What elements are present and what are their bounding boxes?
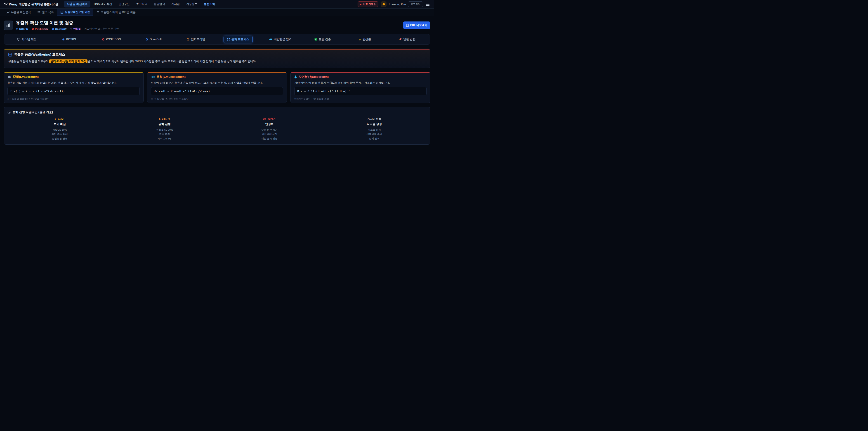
evaporation-cloud-icon bbox=[7, 75, 11, 78]
incident-badge-label: 사고 진행중 bbox=[363, 2, 376, 6]
kosps-diamond-icon bbox=[16, 28, 18, 30]
bell-icon bbox=[382, 3, 385, 6]
stage-detail: 점도 급증 bbox=[112, 132, 217, 136]
stage-details: 수중 분산 증가 자연분해 시작 해안 표착 위험 bbox=[217, 128, 322, 141]
tab-ocean-environment-input[interactable]: 해양환경 입력 bbox=[259, 36, 302, 43]
menu-toggle-button[interactable] bbox=[425, 2, 430, 6]
tab-label: OpenDrift bbox=[150, 38, 162, 41]
tab-weathering-process[interactable]: 풍화 프로세스 bbox=[217, 36, 259, 43]
circle-icon bbox=[97, 11, 99, 13]
tab-opendrift[interactable]: OpenDrift bbox=[132, 36, 175, 43]
main-menu: 유출유 확산예측 HNS·대기확산 긴급구난 보고자료 항공탐색 게시판 기상정… bbox=[64, 1, 218, 7]
nav-item-board[interactable]: 게시판 bbox=[168, 1, 183, 7]
badge-label: KOSPS bbox=[19, 28, 28, 30]
tab-label: 발전 방향 bbox=[403, 37, 415, 41]
weathering-window-icon bbox=[8, 53, 12, 57]
nav-item-hns-air-dispersion[interactable]: HNS·대기확산 bbox=[91, 1, 115, 7]
stage-detail: 중질유분 잔류 bbox=[7, 136, 112, 141]
tab-oil-fence-theory[interactable]: 오일펜스 배치 알고리즘 이론 bbox=[93, 8, 139, 16]
nav-item-aerial-search[interactable]: 항공탐색 bbox=[151, 1, 168, 7]
tab-label: 유출유 확산분석 bbox=[11, 10, 31, 14]
system-name: 해양환경 위기대응 통합시스템 bbox=[19, 2, 59, 6]
top-navigation: Wing 해양환경 위기대응 통합시스템 유출유 확산예측 HNS·대기확산 긴… bbox=[0, 0, 434, 8]
desc-before: 유출유는 해면에 유출된 직후부터 bbox=[8, 60, 49, 63]
page-title: 유출유 확산 모델 이론 및 검증 bbox=[16, 20, 119, 26]
header-note: 라그랑지안 입자추적 이론 기반 bbox=[84, 27, 119, 31]
kosps-diamond-icon bbox=[62, 38, 65, 41]
weathering-panel-header: 유출유 풍화(Weathering) 프로세스 bbox=[8, 53, 426, 57]
tab-ensemble[interactable]: 앙상블 bbox=[344, 36, 386, 43]
timeline-stage-tarball: 72시간 이후 타르볼 생성 타르볼 형성 생물분해 우세 장기 잔류 bbox=[322, 117, 427, 141]
badge-label: POSEIDON bbox=[35, 28, 48, 30]
notifications-button[interactable] bbox=[381, 1, 386, 7]
tab-kosps[interactable]: KOSPS bbox=[48, 36, 90, 43]
evaporation-formula: F_e(t) = Σ x_i·(1 - e^(-k_ei·t)) bbox=[7, 87, 140, 95]
tab-particle-tracking[interactable]: 입자추적법 bbox=[175, 36, 217, 43]
pdf-export-button[interactable]: PDF 내보내기 bbox=[403, 22, 430, 29]
timeline-header: 풍화 진행 타임라인 (원유 기준) bbox=[7, 110, 427, 114]
nav-item-emergency-rescue[interactable]: 긴급구난 bbox=[116, 1, 133, 7]
bar-chart-icon bbox=[6, 23, 11, 28]
stage-period: 24~72시간 bbox=[217, 117, 322, 121]
badge-kosps: KOSPS bbox=[16, 28, 28, 30]
tab-analysis-list[interactable]: 분석 목록 bbox=[34, 8, 57, 16]
page-header-icon-tile bbox=[4, 21, 13, 30]
card-dispersion: 자연분산(Dispersion) 파랑 에너지에 의해 유류가 수중으로 분산되… bbox=[290, 72, 430, 103]
main-content: 유출유 확산 모델 이론 및 검증 KOSPS POSEIDON OpenDri… bbox=[0, 20, 434, 145]
nav-item-reports[interactable]: 보고자료 bbox=[133, 1, 150, 7]
tab-model-validation[interactable]: 모델 검증 bbox=[302, 36, 344, 43]
formula-footnote: x_i: 성분별 몰분율 / k_ei: 증발 속도상수 bbox=[7, 97, 140, 100]
badge-opendrift: OpenDrift bbox=[52, 28, 67, 30]
app-logo[interactable]: Wing 해양환경 위기대응 통합시스템 bbox=[4, 2, 59, 6]
opendrift-circle-icon bbox=[52, 28, 54, 30]
poseidon-circle-icon bbox=[32, 28, 34, 30]
ocean-input-cloud-icon bbox=[269, 38, 272, 40]
card-emulsification: 유화(Emulsification) 파랑에 의해 해수가 유류에 혼입되어 점… bbox=[147, 72, 287, 103]
tab-poseidon[interactable]: POSEIDON bbox=[90, 36, 132, 43]
stage-name: 안정화 bbox=[217, 122, 322, 126]
formula-footnote: Mackay 경험식 기반 분산율 계산 bbox=[294, 97, 427, 100]
pdf-button-label: PDF 내보내기 bbox=[410, 23, 427, 27]
tab-label: 오일펜스 배치 알고리즘 이론 bbox=[101, 10, 135, 14]
card-title: 자연분산(Dispersion) bbox=[299, 75, 329, 79]
stage-details: 증발 20-30% 유막 급속 확대 중질유분 잔류 bbox=[7, 128, 112, 141]
gradient-accent-bar bbox=[4, 49, 430, 50]
incident-status-badge[interactable]: 사고 진행중 bbox=[358, 1, 378, 7]
desc-highlight: 물리-화학-생물학적 풍화 과정 bbox=[49, 59, 88, 63]
validation-check-icon bbox=[314, 38, 317, 41]
stage-name: 타르볼 생성 bbox=[322, 122, 427, 126]
nav-item-integrated-search[interactable]: 통합조회 bbox=[201, 1, 218, 7]
stage-details: 타르볼 형성 생물분해 우세 장기 잔류 bbox=[322, 128, 427, 141]
tab-spill-analysis[interactable]: 유출유 확산분석 bbox=[3, 8, 34, 16]
dispersion-droplet-icon bbox=[294, 75, 297, 79]
process-cards: 증발(Evaporation) 유류의 경질 성분이 대기로 증발하는 과정. … bbox=[4, 72, 430, 103]
tab-future-direction[interactable]: 발전 방향 bbox=[386, 36, 428, 43]
sub-tab-bar: 유출유 확산분석 분석 목록 유출유확산모델 이론 오일펜스 배치 알고리즘 이… bbox=[0, 8, 434, 16]
nav-item-weather-info[interactable]: 기상정보 bbox=[183, 1, 200, 7]
emulsification-wave-icon bbox=[151, 76, 155, 78]
tab-model-theory[interactable]: 유출유확산모델 이론 bbox=[57, 8, 93, 16]
page-header: 유출유 확산 모델 이론 및 검증 KOSPS POSEIDON OpenDri… bbox=[4, 20, 430, 31]
stage-period: 72시간 이후 bbox=[322, 117, 427, 121]
badge-ensemble: 앙상블 bbox=[70, 27, 81, 31]
clock-icon bbox=[7, 111, 11, 114]
stage-detail: 장기 잔류 bbox=[322, 136, 427, 141]
opendrift-circle-icon bbox=[146, 38, 148, 41]
tab-label: 입자추적법 bbox=[191, 37, 205, 41]
weathering-description: 유출유는 해면에 유출된 직후부터 물리-화학-생물학적 풍화 과정을 거쳐 지… bbox=[8, 59, 426, 64]
tab-label: 모델 검증 bbox=[319, 37, 331, 41]
nav-item-oil-spill-forecast[interactable]: 유출유 확산예측 bbox=[64, 1, 90, 7]
logout-button[interactable]: 로그아웃 bbox=[408, 1, 423, 7]
emulsification-formula: dW_c/dt = K_em·U_w²·(1-W_c/W_max) bbox=[151, 87, 283, 95]
dispersion-formula: D_r = 0.11·(U_w+U_c)²·(1+U_w)⁻¹ bbox=[294, 87, 427, 95]
ensemble-bolt-icon bbox=[359, 38, 361, 41]
badge-label: 앙상블 bbox=[73, 27, 81, 31]
stage-name: 유화 진행 bbox=[112, 122, 217, 126]
stage-detail: 타르볼 형성 bbox=[322, 128, 427, 132]
tab-system-overview[interactable]: 시스템 개요 bbox=[6, 36, 48, 43]
roadmap-rocket-icon bbox=[399, 38, 402, 41]
model-badge-row: KOSPS POSEIDON OpenDrift 앙상블 라그랑지안 입자추 bbox=[16, 27, 119, 31]
card-title-row: 자연분산(Dispersion) bbox=[294, 75, 427, 79]
ensemble-bolt-icon bbox=[70, 28, 72, 30]
stage-detail: 자연분해 시작 bbox=[217, 132, 322, 136]
